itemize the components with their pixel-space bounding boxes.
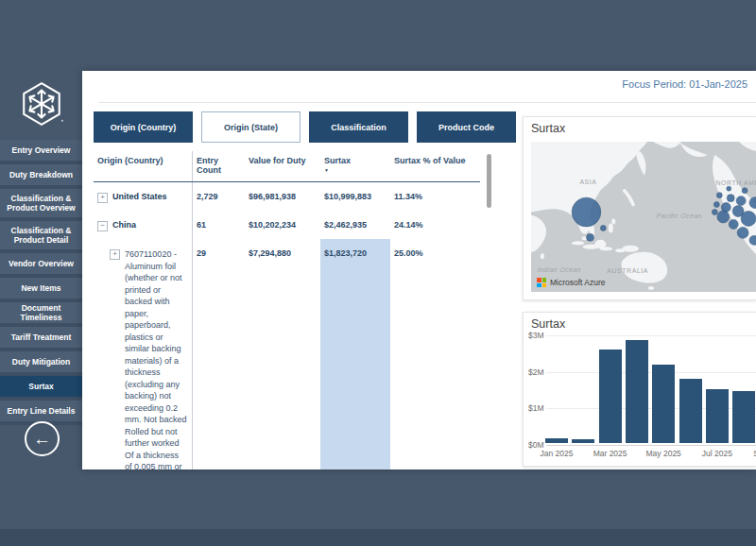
header-divider (98, 102, 756, 103)
bottom-band (0, 529, 756, 546)
map-bubble[interactable] (741, 212, 756, 227)
bar-feb-2025[interactable] (572, 439, 594, 443)
column-header-label: Surtax % of Value (394, 156, 476, 165)
column-header-label: Entry Count (197, 156, 241, 175)
map-attribution: Microsoft Azure (537, 278, 606, 287)
microsoft-logo-icon (537, 278, 546, 287)
column-header-value-for-duty[interactable]: Value for Duty (245, 151, 320, 181)
column-header-label: Value for Duty (249, 156, 317, 165)
expand-icon[interactable]: + (97, 193, 108, 203)
map-bubble[interactable] (736, 196, 746, 206)
entry-count-cell: 61 (192, 211, 245, 239)
dashboard-root: Entry OverviewDuty BreakdownClassificati… (0, 0, 756, 546)
map-bubble[interactable] (742, 188, 747, 194)
map-bubble[interactable] (727, 195, 734, 202)
back-arrow-icon: ← (33, 430, 51, 448)
sidebar-item-entry-overview[interactable]: Entry Overview (0, 140, 82, 161)
map-bubble[interactable] (727, 186, 731, 191)
table-row[interactable]: +United States2,729$96,981,938$10,999,88… (94, 182, 480, 211)
map-label-pacific-ocean: Pacific Ocean (657, 213, 702, 219)
value-for-duty-cell: $10,202,234 (245, 211, 320, 239)
origin-cell: −China (94, 211, 192, 239)
map-bubble[interactable] (729, 219, 738, 229)
map-bubble[interactable] (737, 227, 748, 238)
map-attribution-text: Microsoft Azure (550, 278, 606, 287)
value-for-duty-cell: $7,294,880 (245, 239, 320, 469)
y-axis-label: $1M (528, 403, 544, 413)
sidebar-item-duty-breakdown[interactable]: Duty Breakdown (0, 164, 82, 185)
x-axis-label: Jan 2025 (541, 449, 574, 458)
surtax-pct-cell: 24.14% (390, 211, 480, 239)
sidebar-item-classification-product-overview[interactable]: Classification & Product Overview (0, 189, 82, 217)
x-axis-label: Mar 2025 (593, 449, 627, 458)
map-svg: ASIAPacific OceanNORTH AMERICAIndian Oce… (531, 142, 756, 292)
origin-cell: +United States (94, 182, 192, 211)
column-header-surtax-of-value[interactable]: Surtax % of Value (390, 151, 480, 181)
surtax-bar-chart: $0M$1M$2M$3MJan 2025Mar 2025May 2025Jul … (524, 313, 756, 466)
map-label-australia: AUSTRALIA (607, 267, 648, 274)
surtax-pct-cell: 25.00% (390, 239, 480, 469)
bar-jan-2025[interactable] (545, 438, 568, 443)
bar-aug-2025[interactable] (732, 391, 755, 443)
expand-icon[interactable]: + (110, 249, 120, 260)
sidebar-item-tariff-treatment[interactable]: Tariff Treatment (0, 327, 82, 348)
sidebar-item-entry-line-details[interactable]: Entry Line Details (0, 401, 82, 421)
view-tabs: Origin (Country)Origin (State)Classifica… (94, 111, 516, 143)
surtax-cell: $10,999,883 (320, 182, 390, 211)
x-axis-label: May 2025 (646, 449, 681, 458)
sidebar-item-vendor-overview[interactable]: Vendor Overview (0, 253, 82, 274)
sidebar-item-new-items[interactable]: New Items (0, 278, 82, 299)
surtax-table: Origin (Country)Entry CountValue for Dut… (94, 151, 480, 469)
map-bubble[interactable] (712, 210, 717, 215)
sidebar: Entry OverviewDuty BreakdownClassificati… (0, 0, 82, 529)
sidebar-item-duty-mitigation[interactable]: Duty Mitigation (0, 351, 82, 372)
map-label-indian-ocean: Indian Ocean (538, 266, 581, 273)
origin-cell: +7607110020 - Aluminum foil (whether or … (94, 239, 192, 469)
map-card-title: Surtax (524, 117, 756, 135)
sidebar-item-classification-product-detail[interactable]: Classification & Product Detail (0, 221, 82, 249)
map-bubble[interactable] (587, 233, 594, 241)
bar-jun-2025[interactable] (679, 379, 702, 443)
table-header-row: Origin (Country)Entry CountValue for Dut… (94, 151, 480, 182)
chart-card: Surtax $0M$1M$2M$3MJan 2025Mar 2025May 2… (523, 312, 756, 467)
value-for-duty-cell: $96,981,938 (245, 182, 320, 211)
focus-period-label: Focus Period: 01-Jan-2025 (622, 78, 747, 90)
entry-count-cell: 2,729 (192, 182, 245, 211)
map-bubble[interactable] (572, 197, 601, 227)
column-header-entry-count[interactable]: Entry Count (192, 151, 245, 181)
y-axis-label: $3M (528, 331, 544, 340)
bar-apr-2025[interactable] (626, 340, 648, 443)
tab-product-code[interactable]: Product Code (417, 111, 516, 143)
tab-origin-state[interactable]: Origin (State) (201, 111, 301, 143)
table-scrollbar[interactable] (487, 154, 491, 208)
sidebar-item-document-timeliness[interactable]: Document Timeliness (0, 302, 82, 323)
map-bubble[interactable] (713, 202, 719, 208)
sidebar-nav: Entry OverviewDuty BreakdownClassificati… (0, 140, 82, 425)
collapse-icon[interactable]: − (97, 221, 108, 231)
column-header-label: Origin (Country) (97, 156, 188, 165)
world-map: ASIAPacific OceanNORTH AMERICAIndian Oce… (531, 142, 756, 292)
bar-jul-2025[interactable] (706, 389, 729, 443)
row-name: China (112, 220, 136, 230)
bar-mar-2025[interactable] (599, 350, 622, 443)
map-card: Surtax (523, 116, 756, 300)
table-row[interactable]: +7607110020 - Aluminum foil (whether or … (94, 239, 480, 469)
sidebar-item-surtax[interactable]: Surtax (0, 376, 82, 397)
table-row[interactable]: −China61$10,202,234$2,462,93524.14% (94, 211, 480, 239)
main-canvas: Focus Period: 01-Jan-2025 Origin (Countr… (82, 71, 756, 469)
column-header-surtax[interactable]: Surtax▼ (320, 151, 390, 181)
map-label-north-america: NORTH AMERICA (715, 179, 756, 186)
bar-may-2025[interactable] (652, 365, 675, 443)
map-bubble[interactable] (716, 193, 722, 198)
column-header-origin-country[interactable]: Origin (Country) (94, 151, 192, 181)
row-name: 7607110020 - Aluminum foil (whether or n… (125, 248, 188, 469)
column-header-label: Surtax (324, 156, 387, 165)
back-button[interactable]: ← (25, 421, 60, 456)
tab-classification[interactable]: Classification (309, 111, 408, 143)
map-label-asia: ASIA (579, 179, 596, 185)
map-bubble[interactable] (717, 211, 730, 223)
surtax-cell: $1,823,720 (320, 239, 390, 469)
map-bubble[interactable] (600, 225, 606, 230)
gridline (546, 445, 756, 446)
tab-origin-country[interactable]: Origin (Country) (94, 111, 193, 143)
